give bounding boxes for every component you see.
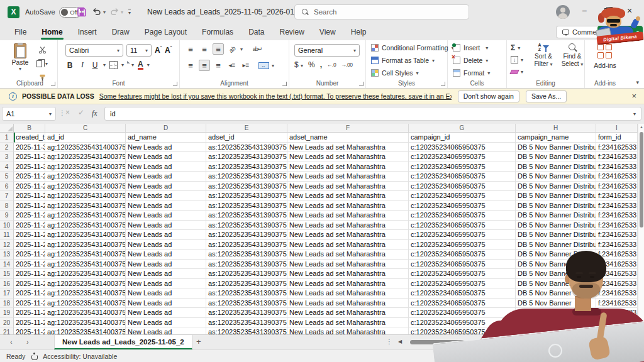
column-header-C[interactable]: C [45, 124, 126, 133]
cell[interactable]: as:120235235431390375 [206, 162, 287, 172]
row-header-10[interactable]: 10 [0, 221, 14, 231]
cell[interactable]: New Leads ad set Maharashtra [287, 221, 409, 231]
cell[interactable]: as:120235235431390375 [206, 279, 287, 289]
number-format-select[interactable]: General▾ [294, 44, 360, 57]
cell[interactable]: DB 5 Nov Banner Distribu [516, 201, 596, 211]
cell[interactable]: DB 5 Nov Banner [516, 279, 596, 289]
increase-font-size-button[interactable]: Aˆ [155, 46, 162, 55]
cell[interactable]: DB 5 Nov [516, 318, 596, 328]
cell[interactable]: f:234162533 [596, 143, 638, 153]
autosum-button[interactable]: Σ▾ [511, 43, 523, 53]
cell[interactable]: as:120235235431390375 [206, 211, 287, 221]
row-header-4[interactable]: 4 [0, 162, 14, 172]
row-header-2[interactable]: 2 [0, 143, 14, 153]
cell[interactable]: New Leads ad [126, 288, 206, 299]
cell[interactable]: ag:120235235431400375 [45, 172, 126, 182]
cell[interactable]: c:120235234065950375 [409, 288, 516, 299]
decrease-indent-button[interactable]: ◂≡ [226, 60, 238, 71]
row-header-15[interactable]: 15 [0, 269, 14, 279]
font-color-button[interactable]: A [138, 60, 143, 70]
formula-input[interactable]: id ▾ [104, 107, 641, 121]
conditional-formatting-button[interactable]: Conditional Formatting▾ [371, 42, 454, 53]
cell[interactable]: New Leads ad set Maharashtra [287, 327, 409, 334]
dont-show-again-button[interactable]: Don't show again [458, 90, 519, 102]
scroll-up-icon[interactable]: ▲ [639, 125, 644, 129]
bottom-align-button[interactable]: ≡ [213, 43, 224, 55]
cell[interactable]: New Leads ad set Maharashtra [287, 279, 409, 289]
cell[interactable]: New Leads ad [126, 152, 206, 162]
cell[interactable]: c:120235234065950375 [409, 308, 516, 318]
cell[interactable]: as:120235235431390375 [206, 318, 287, 328]
cell[interactable]: 2025-11-2 [14, 299, 45, 309]
font-name-select[interactable]: Calibri▾ [65, 44, 123, 57]
wrap-text-button[interactable]: ab↵ [252, 43, 263, 55]
cell[interactable]: f:234162533 [596, 327, 638, 334]
cell[interactable]: form_id [596, 133, 638, 143]
cell[interactable]: New Leads ad [126, 299, 206, 309]
tab-review[interactable]: Review [272, 25, 311, 40]
cell[interactable]: 2025-11-2 [14, 191, 45, 201]
font-dialog-launcher[interactable] [173, 82, 177, 86]
cell[interactable]: campaign_id [409, 133, 516, 143]
column-header-D[interactable]: D [126, 124, 206, 133]
row-header-3[interactable]: 3 [0, 152, 14, 162]
number-dialog-launcher[interactable] [359, 82, 364, 86]
row-header-21[interactable]: 21 [0, 327, 14, 334]
cell[interactable]: 2025-11-2 [14, 240, 45, 250]
cell[interactable]: 2025-11-2 [14, 230, 45, 240]
cell[interactable]: f:234162533 [596, 240, 638, 250]
find-select-button[interactable]: Find & Select ▾ [558, 43, 586, 69]
cell[interactable]: 2025-11-2 [14, 201, 45, 211]
row-header-13[interactable]: 13 [0, 250, 14, 260]
align-right-button[interactable]: ≡ [213, 60, 224, 71]
collapse-ribbon-button[interactable]: ▾ [636, 79, 639, 85]
cell[interactable]: c:120235234065950375 [409, 318, 516, 328]
cell[interactable]: ag:120235235431400375 [45, 162, 126, 172]
cell[interactable]: 2025-11-3 [14, 143, 45, 153]
cell[interactable]: DB 5 N [516, 327, 596, 334]
cell[interactable]: f:234162533 [596, 230, 638, 240]
cell[interactable]: New Leads ad [126, 221, 206, 231]
cell[interactable]: as:120235235431390375 [206, 143, 287, 153]
underline-dropdown-icon[interactable]: ▾ [103, 62, 106, 68]
cell[interactable]: f:234162533 [596, 172, 638, 182]
cell[interactable]: New Leads ad set Maharashtra [287, 172, 409, 182]
undo-button[interactable]: ▾ [92, 0, 106, 24]
cell[interactable]: adset_id [206, 133, 287, 143]
cell[interactable]: as:120235235431390375 [206, 191, 287, 201]
cell[interactable]: New Leads ad set Maharashtra [287, 318, 409, 328]
row-header-11[interactable]: 11 [0, 230, 14, 240]
cell[interactable]: New Leads ad [126, 250, 206, 260]
tab-page-layout[interactable]: Page Layout [138, 25, 194, 40]
cell[interactable]: f:234162533 [596, 269, 638, 279]
cell[interactable]: c:120235234065950375 [409, 269, 516, 279]
redo-button[interactable]: ▾ [109, 0, 123, 24]
cell[interactable]: c:120235234065950375 [409, 152, 516, 162]
column-header-H[interactable]: H [516, 124, 596, 133]
tab-help[interactable]: Help [344, 25, 374, 40]
cell[interactable]: New Leads ad [126, 279, 206, 289]
cell[interactable]: New Leads ad set Maharashtra [287, 240, 409, 250]
cell[interactable]: New Leads ad [126, 143, 206, 153]
scroll-left-icon[interactable]: ◀ [398, 339, 402, 344]
cell[interactable]: ag:120235235431400375 [45, 211, 126, 221]
column-header-B[interactable]: B [14, 124, 45, 133]
cell[interactable]: ag:120235235431400375 [45, 308, 126, 318]
cell[interactable]: adset_name [287, 133, 409, 143]
cell[interactable]: New Leads ad [126, 191, 206, 201]
cell[interactable]: 2025-11-2 [14, 279, 45, 289]
tab-data[interactable]: Data [242, 25, 271, 40]
cell[interactable]: New Leads ad set Maharashtra [287, 191, 409, 201]
cell[interactable]: 2025-11-2 [14, 288, 45, 299]
row-header-14[interactable]: 14 [0, 260, 14, 270]
cell[interactable]: f:234162533 [596, 250, 638, 260]
delete-cells-button[interactable]: Delete▾ [453, 55, 492, 66]
save-as-button[interactable]: Save As... [526, 90, 567, 102]
cell[interactable]: as:120235235431390375 [206, 288, 287, 299]
column-header-E[interactable]: E [206, 124, 287, 133]
borders-button[interactable] [109, 61, 118, 69]
insert-cells-button[interactable]: Insert▾ [453, 42, 492, 53]
cell[interactable]: ag:120235235431400375 [45, 182, 126, 192]
cell[interactable]: New Leads ad [126, 327, 206, 334]
cell[interactable]: 2025-11-2 [14, 260, 45, 270]
